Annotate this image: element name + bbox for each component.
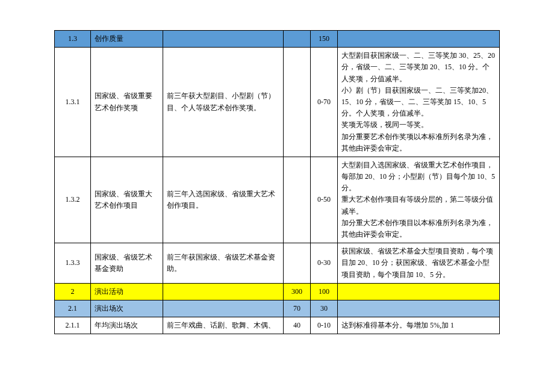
row-name: 国家级、省级重大艺术创作项目 bbox=[91, 157, 163, 243]
table-row: 2.1演出场次7030 bbox=[55, 300, 500, 317]
row-description bbox=[163, 283, 284, 300]
row-detail: 获国家级、省级艺术基金大型项目资助，每个项目加 20、10 分；获国家级、省级艺… bbox=[338, 243, 500, 284]
evaluation-criteria-table: 1.3创作质量1501.3.1国家级、省级重要艺术创作奖项前三年获大型剧目、小型… bbox=[54, 30, 500, 334]
row-detail: 大型剧目获国家级一、二、三等奖加 30、25、20 分，省级一、二、三等奖加 2… bbox=[338, 48, 500, 157]
row-description: 前三年获大型剧目、小型剧（节）目、个人等级艺术创作奖项。 bbox=[163, 48, 284, 157]
row-name: 创作质量 bbox=[91, 31, 163, 48]
row-score2: 0-50 bbox=[311, 157, 338, 243]
row-score2: 150 bbox=[311, 31, 338, 48]
table-row: 1.3创作质量150 bbox=[55, 31, 500, 48]
row-description bbox=[163, 300, 284, 317]
row-score1 bbox=[284, 243, 311, 284]
row-name: 演出活动 bbox=[91, 283, 163, 300]
row-score1: 70 bbox=[284, 300, 311, 317]
row-number: 2.1 bbox=[55, 300, 91, 317]
table-row: 1.3.1国家级、省级重要艺术创作奖项前三年获大型剧目、小型剧（节）目、个人等级… bbox=[55, 48, 500, 157]
row-description bbox=[163, 31, 284, 48]
row-description: 前三年获国家级、省级艺术基金资助。 bbox=[163, 243, 284, 284]
row-score2: 0-70 bbox=[311, 48, 338, 157]
row-number: 1.3.2 bbox=[55, 157, 91, 243]
row-score2: 0-30 bbox=[311, 243, 338, 284]
row-number: 2.1.1 bbox=[55, 317, 91, 334]
row-score1 bbox=[284, 31, 311, 48]
row-score1: 40 bbox=[284, 317, 311, 334]
row-score1 bbox=[284, 48, 311, 157]
row-description: 前三年入选国家级、省级重大艺术创作项目。 bbox=[163, 157, 284, 243]
row-name: 演出场次 bbox=[91, 300, 163, 317]
row-name: 国家级、省级艺术基金资助 bbox=[91, 243, 163, 284]
row-score1 bbox=[284, 157, 311, 243]
row-detail bbox=[338, 31, 500, 48]
row-number: 1.3.3 bbox=[55, 243, 91, 284]
row-score2: 100 bbox=[311, 283, 338, 300]
table-row: 2.1.1年均演出场次前三年戏曲、话剧、歌舞、木偶、400-10达到标准得基本分… bbox=[55, 317, 500, 334]
table-row: 2演出活动300100 bbox=[55, 283, 500, 300]
row-description: 前三年戏曲、话剧、歌舞、木偶、 bbox=[163, 317, 284, 334]
row-score2: 30 bbox=[311, 300, 338, 317]
table-row: 1.3.2国家级、省级重大艺术创作项目前三年入选国家级、省级重大艺术创作项目。0… bbox=[55, 157, 500, 243]
row-number: 1.3 bbox=[55, 31, 91, 48]
row-number: 2 bbox=[55, 283, 91, 300]
row-score1: 300 bbox=[284, 283, 311, 300]
row-score2: 0-10 bbox=[311, 317, 338, 334]
row-detail: 大型剧目入选国家级、省级重大艺术创作项目，每部加 20、10 分；小型剧（节）目… bbox=[338, 157, 500, 243]
row-number: 1.3.1 bbox=[55, 48, 91, 157]
row-name: 国家级、省级重要艺术创作奖项 bbox=[91, 48, 163, 157]
table-row: 1.3.3国家级、省级艺术基金资助前三年获国家级、省级艺术基金资助。0-30获国… bbox=[55, 243, 500, 284]
row-detail bbox=[338, 300, 500, 317]
row-name: 年均演出场次 bbox=[91, 317, 163, 334]
row-detail bbox=[338, 283, 500, 300]
row-detail: 达到标准得基本分。每增加 5%,加 1 bbox=[338, 317, 500, 334]
